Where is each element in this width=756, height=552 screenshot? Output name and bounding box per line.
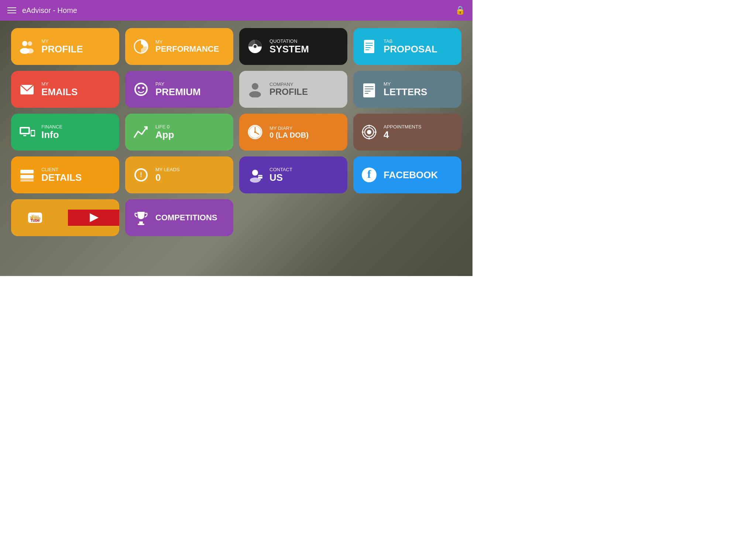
svg-point-0: [22, 41, 27, 46]
svg-rect-45: [20, 179, 34, 182]
svg-text:f: f: [367, 168, 371, 180]
my-profile-big: PROFILE: [41, 44, 83, 55]
youtube-logo-left: You Tube You Tube: [11, 210, 63, 226]
letter-icon: [360, 81, 378, 97]
svg-rect-13: [365, 49, 369, 50]
life-app-tile[interactable]: Life 0 App: [125, 114, 233, 151]
svg-text:!: !: [140, 171, 142, 179]
client-details-big: DETAILS: [41, 172, 82, 183]
my-emails-small: MY: [41, 81, 78, 87]
svg-point-19: [252, 83, 258, 90]
svg-text:Tube: Tube: [30, 218, 39, 222]
svg-point-18: [142, 87, 144, 89]
svg-rect-24: [365, 91, 371, 92]
my-letters-small: MY: [384, 81, 427, 87]
trophy-icon: [132, 210, 150, 226]
rows-icon: [18, 167, 36, 183]
youtube-tile[interactable]: You Tube You Tube: [11, 199, 119, 236]
tab-proposal-tile[interactable]: TAB PROPOSAL: [353, 28, 461, 65]
svg-rect-51: [258, 175, 262, 179]
svg-marker-60: [90, 213, 99, 222]
contact-icon: [246, 167, 264, 183]
svg-point-35: [254, 131, 256, 133]
pay-premium-tile[interactable]: PAY PREMIUM: [125, 71, 233, 108]
quotation-system-tile[interactable]: QUOTATION SYSTEM: [239, 28, 347, 65]
svg-point-5: [139, 44, 143, 49]
page-title: eAdvisor - Home: [22, 6, 77, 15]
tab-proposal-big: PROPOSAL: [384, 44, 437, 55]
competitions-big: COMPETITIONS: [155, 213, 217, 222]
chart-icon: [132, 124, 150, 140]
client-details-tile[interactable]: CLIENT DETAILS: [11, 156, 119, 193]
target-icon: [360, 124, 378, 140]
my-performance-small: MY: [155, 39, 219, 45]
topbar: eAdvisor - Home 🔒: [0, 0, 472, 21]
life-app-big: App: [155, 130, 174, 140]
svg-point-8: [254, 45, 257, 48]
svg-rect-25: [365, 93, 368, 94]
pay-premium-small: PAY: [155, 81, 201, 87]
my-emails-tile[interactable]: MY EMAILS: [11, 71, 119, 108]
my-profile-tile[interactable]: MY PROFILE: [11, 28, 119, 65]
people-icon: [18, 38, 36, 55]
tab-proposal-small: TAB: [384, 38, 437, 44]
svg-point-49: [252, 170, 258, 176]
pie-icon: [132, 38, 150, 55]
contact-us-tile[interactable]: CONTACT US: [239, 156, 347, 193]
youtube-play-button: [68, 210, 120, 226]
svg-rect-43: [20, 170, 34, 173]
my-letters-tile[interactable]: MY LETTERS: [353, 71, 461, 108]
lock-icon: 🔒: [455, 6, 465, 15]
svg-rect-22: [365, 86, 374, 87]
svg-point-17: [138, 87, 140, 89]
svg-rect-27: [21, 128, 28, 133]
my-diary-small: MY DIARY: [269, 125, 309, 131]
appointments-big: 4: [384, 130, 422, 140]
quotation-big: SYSTEM: [269, 44, 309, 55]
hamburger-menu[interactable]: [7, 7, 16, 13]
svg-rect-23: [365, 89, 374, 89]
my-performance-big: PERFORMANCE: [155, 45, 219, 54]
client-details-small: CLIENT: [41, 167, 82, 172]
my-letters-big: LETTERS: [384, 87, 427, 97]
svg-rect-12: [365, 47, 371, 48]
facebook-tile[interactable]: f FACEBOOK: [353, 156, 461, 193]
my-leads-small: MY LEADS: [155, 167, 180, 172]
svg-rect-62: [138, 224, 144, 225]
svg-point-20: [249, 91, 261, 97]
person-gray-icon: [246, 81, 264, 97]
competitions-tile[interactable]: COMPETITIONS: [125, 199, 233, 236]
quotation-small: QUOTATION: [269, 38, 309, 44]
finance-small: Finance: [41, 124, 62, 130]
company-profile-big: PROFILE: [269, 87, 308, 97]
appointments-small: APPOINTMENTS: [384, 124, 422, 130]
svg-rect-11: [365, 45, 373, 46]
facebook-icon: f: [360, 167, 378, 183]
svg-point-1: [28, 41, 32, 46]
contact-us-big: US: [269, 172, 292, 183]
my-leads-tile[interactable]: ! MY LEADS 0: [125, 156, 233, 193]
appointments-tile[interactable]: APPOINTMENTS 4: [353, 114, 461, 151]
svg-rect-30: [31, 131, 34, 135]
my-diary-tile[interactable]: MY DIARY 0 (LA DOB): [239, 114, 347, 151]
svg-rect-61: [139, 221, 143, 224]
contact-us-small: CONTACT: [269, 167, 292, 172]
tiles-grid: MY PROFILE MY PERFORMANCE: [0, 21, 472, 244]
mail-icon: [18, 81, 36, 97]
company-profile-tile[interactable]: COMPANY PROFILE: [239, 71, 347, 108]
doc-icon: [360, 38, 378, 55]
svg-rect-44: [20, 175, 34, 179]
svg-rect-10: [365, 43, 373, 44]
svg-point-3: [26, 48, 34, 54]
clock-icon: [246, 124, 264, 140]
my-performance-tile[interactable]: MY PERFORMANCE: [125, 28, 233, 65]
finance-info-tile[interactable]: Finance Info: [11, 114, 119, 151]
my-profile-small: MY: [41, 38, 83, 44]
svg-rect-9: [364, 40, 374, 53]
my-diary-big: 0 (LA DOB): [269, 131, 309, 139]
face-icon: [132, 81, 150, 97]
devices-icon: [18, 124, 36, 140]
facebook-big: FACEBOOK: [384, 170, 438, 180]
svg-point-38: [367, 130, 371, 134]
company-profile-small: COMPANY: [269, 82, 308, 87]
